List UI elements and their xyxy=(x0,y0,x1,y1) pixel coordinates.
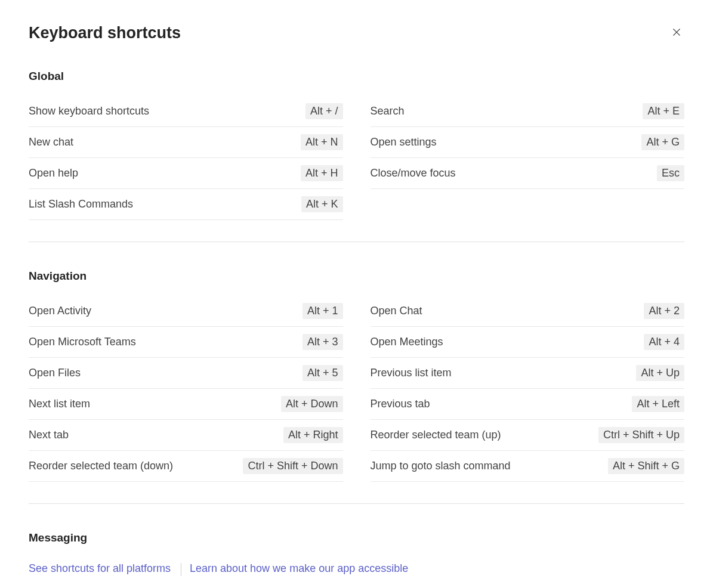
shortcut-row: Show keyboard shortcuts Alt + / xyxy=(29,96,343,127)
shortcut-key: Alt + N xyxy=(301,134,343,150)
shortcut-label: Open Meetings xyxy=(371,336,443,348)
shortcut-key: Alt + Shift + G xyxy=(608,458,684,474)
shortcut-key: Alt + Down xyxy=(281,396,343,412)
shortcut-key: Esc xyxy=(657,165,684,181)
shortcut-label: Jump to goto slash command xyxy=(371,460,511,472)
section-columns: Show keyboard shortcuts Alt + / New chat… xyxy=(29,96,684,220)
shortcut-label: Open Activity xyxy=(29,305,91,317)
shortcut-row: Next tab Alt + Right xyxy=(29,420,343,451)
shortcut-row: New chat Alt + N xyxy=(29,127,343,158)
shortcut-row: Open Meetings Alt + 4 xyxy=(371,327,685,358)
shortcut-label: Show keyboard shortcuts xyxy=(29,105,149,117)
shortcut-row: Reorder selected team (up) Ctrl + Shift … xyxy=(371,420,685,451)
shortcut-key: Alt + 2 xyxy=(644,303,684,319)
column-right: Search Alt + E Open settings Alt + G Clo… xyxy=(371,96,685,220)
shortcut-key: Alt + Left xyxy=(632,396,684,412)
close-button[interactable] xyxy=(669,24,684,42)
column-right: Open Chat Alt + 2 Open Meetings Alt + 4 … xyxy=(371,296,685,482)
column-left: Open Activity Alt + 1 Open Microsoft Tea… xyxy=(29,296,343,482)
shortcut-row: Open Microsoft Teams Alt + 3 xyxy=(29,327,343,358)
section-navigation: Navigation Open Activity Alt + 1 Open Mi… xyxy=(29,242,684,482)
keyboard-shortcuts-dialog: Keyboard shortcuts Global Show keyboard … xyxy=(0,0,713,588)
shortcut-key: Ctrl + Shift + Down xyxy=(243,458,342,474)
shortcut-row: List Slash Commands Alt + K xyxy=(29,189,343,220)
shortcut-key: Alt + / xyxy=(305,103,343,119)
shortcut-label: Open settings xyxy=(371,136,437,148)
shortcut-row: Open Chat Alt + 2 xyxy=(371,296,685,327)
shortcut-label: New chat xyxy=(29,136,73,148)
shortcut-label: Next list item xyxy=(29,398,90,410)
shortcut-row: Jump to goto slash command Alt + Shift +… xyxy=(371,451,685,482)
shortcut-label: Previous list item xyxy=(371,367,452,379)
shortcut-row: Previous tab Alt + Left xyxy=(371,389,685,420)
footer-divider xyxy=(181,563,181,576)
shortcut-label: Close/move focus xyxy=(371,167,456,180)
shortcut-key: Alt + 3 xyxy=(303,334,343,350)
dialog-header: Keyboard shortcuts xyxy=(0,0,713,42)
dialog-footer: See shortcuts for all platforms Learn ab… xyxy=(0,552,713,588)
shortcut-label: Search xyxy=(371,105,405,117)
shortcut-label: Open Files xyxy=(29,367,81,379)
dialog-title: Keyboard shortcuts xyxy=(29,24,181,42)
close-icon xyxy=(671,30,682,39)
section-messaging: Messaging xyxy=(29,504,684,552)
shortcut-key: Alt + Up xyxy=(636,365,684,381)
link-all-platforms[interactable]: See shortcuts for all platforms xyxy=(29,562,171,574)
shortcut-key: Alt + 5 xyxy=(303,365,343,381)
shortcut-key: Alt + 4 xyxy=(644,334,684,350)
section-title-global: Global xyxy=(29,70,684,83)
shortcut-row: Open Activity Alt + 1 xyxy=(29,296,343,327)
shortcut-label: Previous tab xyxy=(371,398,430,410)
shortcut-label: Open help xyxy=(29,167,78,180)
shortcut-row: Previous list item Alt + Up xyxy=(371,358,685,389)
shortcut-row: Search Alt + E xyxy=(371,96,685,127)
shortcut-label: Open Chat xyxy=(371,305,422,317)
shortcut-key: Alt + E xyxy=(643,103,684,119)
shortcut-key: Ctrl + Shift + Up xyxy=(598,427,684,443)
shortcut-key: Alt + 1 xyxy=(303,303,343,319)
shortcut-row: Open help Alt + H xyxy=(29,158,343,189)
section-columns: Open Activity Alt + 1 Open Microsoft Tea… xyxy=(29,296,684,482)
shortcut-label: Reorder selected team (down) xyxy=(29,460,173,472)
shortcut-key: Alt + H xyxy=(301,165,343,181)
shortcut-key: Alt + K xyxy=(301,196,343,212)
dialog-content[interactable]: Global Show keyboard shortcuts Alt + / N… xyxy=(0,42,713,552)
shortcut-row: Close/move focus Esc xyxy=(371,158,685,189)
shortcut-label: List Slash Commands xyxy=(29,198,133,211)
shortcut-row: Next list item Alt + Down xyxy=(29,389,343,420)
shortcut-key: Alt + Right xyxy=(283,427,343,443)
shortcut-row: Reorder selected team (down) Ctrl + Shif… xyxy=(29,451,343,482)
shortcut-key: Alt + G xyxy=(641,134,684,150)
shortcut-row: Open settings Alt + G xyxy=(371,127,685,158)
section-title-messaging: Messaging xyxy=(29,531,684,544)
shortcut-label: Open Microsoft Teams xyxy=(29,336,136,348)
link-accessibility[interactable]: Learn about how we make our app accessib… xyxy=(190,562,408,574)
shortcut-label: Reorder selected team (up) xyxy=(371,429,501,441)
column-left: Show keyboard shortcuts Alt + / New chat… xyxy=(29,96,343,220)
section-global: Global Show keyboard shortcuts Alt + / N… xyxy=(29,42,684,220)
section-title-navigation: Navigation xyxy=(29,270,684,283)
shortcut-row: Open Files Alt + 5 xyxy=(29,358,343,389)
shortcut-label: Next tab xyxy=(29,429,69,441)
